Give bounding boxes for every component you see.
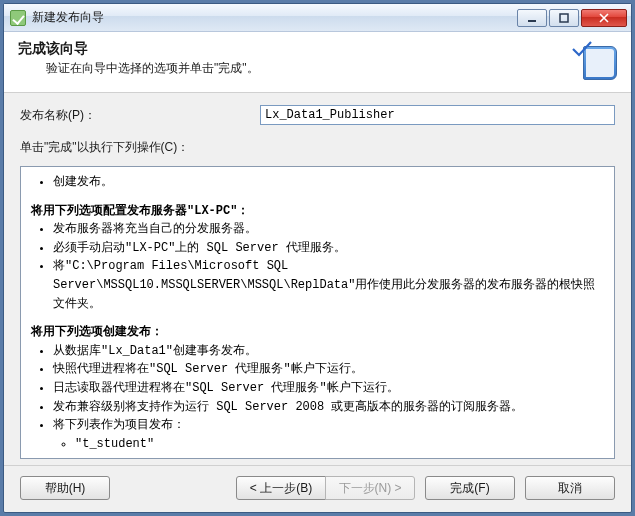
window-title: 新建发布向导 [32,9,517,26]
app-icon [10,10,26,26]
summary-subitem: "t_student" [75,435,604,454]
help-button[interactable]: 帮助(H) [20,476,110,500]
minimize-button[interactable] [517,9,547,27]
summary-item: 发布兼容级别将支持作为运行 SQL Server 2008 或更高版本的服务器的… [53,398,604,417]
summary-heading: 将用下列选项配置发布服务器"LX-PC"： [31,202,604,221]
svg-rect-1 [560,14,568,22]
close-icon [599,13,609,23]
summary-item: 必须手动启动"LX-PC"上的 SQL Server 代理服务。 [53,239,604,258]
titlebar[interactable]: 新建发布向导 [4,4,631,32]
summary-item: 发布服务器将充当自己的分发服务器。 [53,220,604,239]
footer: 帮助(H) < 上一步(B) 下一步(N) > 完成(F) 取消 [4,465,631,512]
publish-name-row: 发布名称(P)： [20,105,615,125]
page-title: 完成该向导 [18,40,563,58]
window-controls [517,9,627,27]
finish-button[interactable]: 完成(F) [425,476,515,500]
summary-item: 创建发布。 [53,173,604,192]
cancel-button[interactable]: 取消 [525,476,615,500]
page-subtitle: 验证在向导中选择的选项并单击"完成"。 [46,60,563,77]
maximize-button[interactable] [549,9,579,27]
maximize-icon [559,13,569,23]
svg-rect-0 [528,20,536,22]
back-button[interactable]: < 上一步(B) [236,476,326,500]
summary-item: 快照代理进程将在"SQL Server 代理服务"帐户下运行。 [53,360,604,379]
header-panel: 完成该向导 验证在向导中选择的选项并单击"完成"。 [4,32,631,93]
summary-item: 日志读取器代理进程将在"SQL Server 代理服务"帐户下运行。 [53,379,604,398]
wizard-window: 新建发布向导 完成该向导 验证在向导中选择的选项并单击"完成"。 [3,3,632,513]
summary-item: 将下列表作为项目发布： [53,416,604,435]
summary-item: 从数据库"Lx_Data1"创建事务发布。 [53,342,604,361]
summary-heading: 将用下列选项创建发布： [31,323,604,342]
close-button[interactable] [581,9,627,27]
next-button: 下一步(N) > [325,476,415,500]
publish-name-label: 发布名称(P)： [20,107,260,124]
wizard-icon [571,40,617,82]
summary-box[interactable]: 创建发布。 将用下列选项配置发布服务器"LX-PC"： 发布服务器将充当自己的分… [20,166,615,459]
instruction-text: 单击"完成"以执行下列操作(C)： [20,139,615,156]
minimize-icon [527,13,537,23]
summary-item: 将"C:\Program Files\Microsoft SQL Server\… [53,257,604,313]
publish-name-input[interactable] [260,105,615,125]
content-area: 发布名称(P)： 单击"完成"以执行下列操作(C)： 创建发布。 将用下列选项配… [4,93,631,465]
